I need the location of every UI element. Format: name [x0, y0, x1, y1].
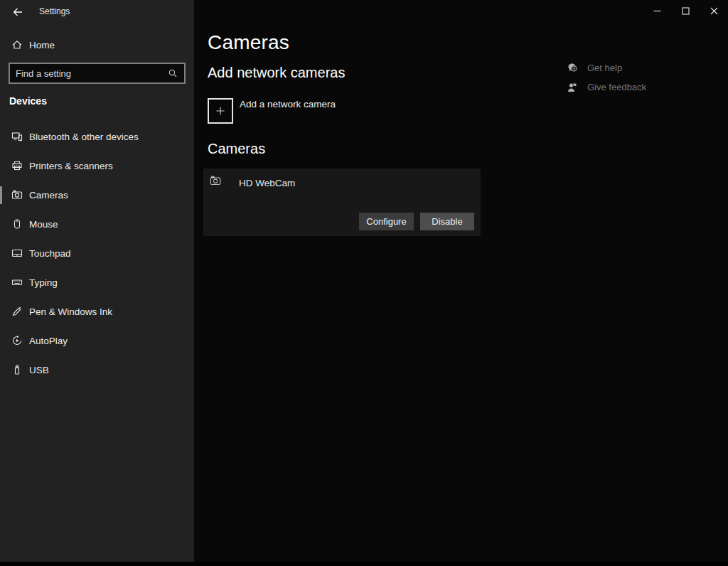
plus-icon	[215, 105, 226, 117]
camera-icon	[210, 175, 221, 186]
close-button[interactable]	[700, 0, 728, 21]
configure-button[interactable]: Configure	[359, 213, 414, 230]
back-arrow-icon	[12, 6, 23, 18]
search-box	[9, 63, 186, 84]
sidebar-item-label: Bluetooth & other devices	[29, 132, 139, 142]
minimize-icon	[651, 5, 663, 16]
page-title: Cameras	[208, 31, 289, 54]
give-feedback-link[interactable]: Give feedback	[567, 80, 646, 94]
disable-button[interactable]: Disable	[420, 213, 474, 230]
window-controls	[643, 0, 728, 21]
cameras-section-header: Cameras	[208, 141, 265, 157]
sidebar-item-autoplay[interactable]: AutoPlay	[0, 326, 194, 355]
usb-icon	[11, 364, 23, 375]
sidebar-item-printers[interactable]: Printers & scanners	[0, 151, 194, 180]
give-feedback-label: Give feedback	[587, 82, 646, 92]
touchpad-icon	[11, 247, 23, 259]
sidebar-item-label: Touchpad	[29, 248, 71, 259]
pen-icon	[11, 306, 23, 317]
sidebar-section-header: Devices	[9, 95, 47, 107]
keyboard-icon	[11, 277, 23, 288]
camera-device-card: HD WebCam Configure Disable	[203, 169, 481, 236]
close-icon	[708, 5, 719, 16]
settings-window: Settings Home Devices Bluetooth & other …	[0, 0, 728, 566]
svg-text:?: ?	[572, 66, 575, 71]
bluetooth-devices-icon	[11, 131, 23, 142]
sidebar-item-label: Mouse	[29, 219, 58, 230]
sidebar-item-typing[interactable]: Typing	[0, 268, 194, 297]
window-title: Settings	[39, 6, 70, 16]
get-help-label: Get help	[587, 63, 622, 73]
get-help-link[interactable]: ? Get help	[567, 61, 646, 75]
search-icon	[167, 68, 178, 79]
feedback-person-icon	[567, 82, 578, 93]
camera-icon	[11, 189, 23, 201]
sidebar-item-label: USB	[29, 365, 49, 375]
autoplay-icon	[11, 335, 23, 346]
home-icon	[11, 39, 23, 50]
minimize-button[interactable]	[643, 0, 671, 21]
back-button[interactable]	[7, 2, 28, 22]
sidebar-item-bluetooth[interactable]: Bluetooth & other devices	[0, 122, 194, 151]
sidebar-item-pen[interactable]: Pen & Windows Ink	[0, 297, 194, 326]
add-network-camera-label: Add a network camera	[240, 99, 336, 110]
sidebar-item-mouse[interactable]: Mouse	[0, 210, 194, 238]
add-network-cameras-header: Add network cameras	[208, 65, 345, 81]
sidebar-item-label: Pen & Windows Ink	[29, 306, 112, 317]
sidebar-item-label: Printers & scanners	[29, 161, 113, 171]
home-label: Home	[29, 40, 55, 50]
add-square	[208, 98, 233, 124]
mouse-icon	[11, 218, 23, 230]
device-name: HD WebCam	[239, 178, 295, 188]
titlebar: Settings	[0, 0, 194, 26]
maximize-icon	[680, 5, 691, 16]
search-input[interactable]	[10, 68, 167, 79]
sidebar-item-label: Cameras	[29, 190, 68, 201]
sidebar-item-touchpad[interactable]: Touchpad	[0, 239, 194, 267]
sidebar-item-label: Typing	[29, 277, 58, 288]
sidebar-item-cameras[interactable]: Cameras	[0, 181, 194, 209]
maximize-button[interactable]	[671, 0, 700, 21]
help-links: ? Get help Give feedback	[567, 61, 646, 100]
help-bubble-icon: ?	[567, 63, 578, 74]
add-network-camera-button[interactable]: Add a network camera	[208, 98, 336, 124]
sidebar: Settings Home Devices Bluetooth & other …	[0, 0, 194, 562]
window-bottom-edge	[0, 562, 728, 566]
sidebar-item-usb[interactable]: USB	[0, 356, 194, 384]
sidebar-item-home[interactable]: Home	[0, 31, 194, 59]
card-buttons: Configure Disable	[359, 213, 474, 230]
printer-icon	[11, 160, 23, 171]
sidebar-item-label: AutoPlay	[29, 336, 68, 346]
